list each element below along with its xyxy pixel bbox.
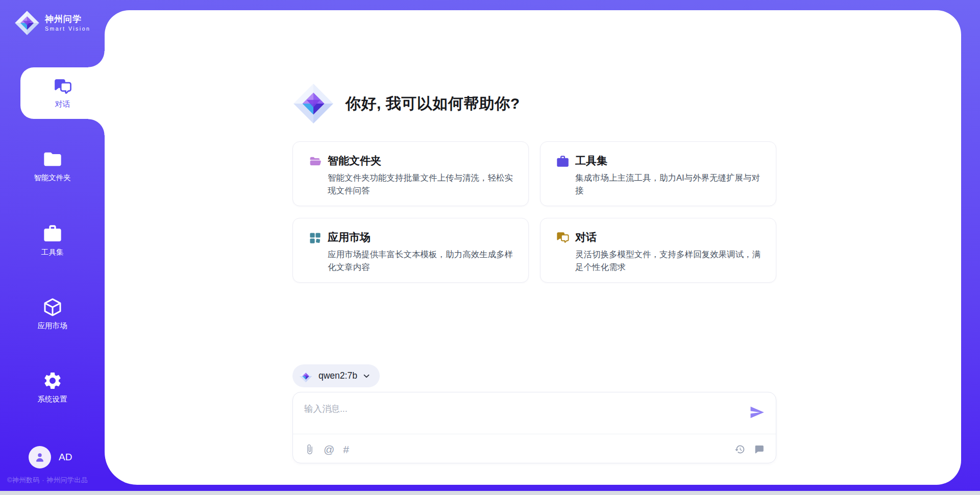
sidebar-item-smart-folder[interactable]: 智能文件夹 <box>0 149 105 183</box>
attach-file-button[interactable] <box>304 444 315 455</box>
user-initials: AD <box>59 452 72 463</box>
sidebar-item-label: 应用市场 <box>0 321 105 331</box>
avatar <box>29 446 51 468</box>
message-input[interactable] <box>296 395 740 430</box>
sidebar-item-label: 系统设置 <box>0 394 105 404</box>
chevron-down-icon <box>362 372 371 380</box>
card-app-market[interactable]: 应用市场 应用市场提供丰富长文本模板，助力高效生成多样化文章内容 <box>292 218 529 283</box>
active-tab-top-curve <box>88 51 105 67</box>
sidebar: 神州问学 Smart Vision 对话 智能文件夹 工具集 <box>0 0 105 491</box>
send-button[interactable] <box>749 405 765 420</box>
sidebar-item-chat[interactable]: 对话 <box>20 67 105 119</box>
toolbox-icon <box>556 155 570 168</box>
card-description: 应用市场提供丰富长文本模板，助力高效生成多样化文章内容 <box>328 248 514 274</box>
composer-divider <box>293 434 776 434</box>
card-description: 智能文件夹功能支持批量文件上传与清洗，轻松实现文件问答 <box>328 171 514 197</box>
sidebar-item-toolset[interactable]: 工具集 <box>0 224 105 257</box>
app-grid-icon <box>308 231 322 245</box>
feature-cards: 智能文件夹 智能文件夹功能支持批量文件上传与清洗，轻松实现文件问答 工具集 集成… <box>292 141 776 283</box>
gear-icon <box>42 370 63 391</box>
sidebar-item-label: 对话 <box>55 100 70 109</box>
main-content: 你好, 我可以如何帮助你? 智能文件夹 智能文件夹功能支持批量文件上传与清洗，轻… <box>105 10 961 485</box>
card-description: 集成市场上主流工具，助力AI与外界无缝扩展与对接 <box>575 171 762 197</box>
card-toolset[interactable]: 工具集 集成市场上主流工具，助力AI与外界无缝扩展与对接 <box>540 141 776 206</box>
folder-icon <box>42 149 63 169</box>
card-title: 工具集 <box>575 154 607 168</box>
chat-bubbles-icon <box>53 78 72 97</box>
hashtag-button[interactable]: # <box>343 444 349 455</box>
brand-logo: 神州问学 Smart Vision <box>14 10 90 36</box>
active-tab-bottom-curve <box>88 119 105 135</box>
history-icon <box>734 444 745 455</box>
diamond-logo-icon <box>299 369 312 383</box>
brand-name: 神州问学 <box>45 14 90 24</box>
sidebar-item-label: 工具集 <box>0 247 105 257</box>
toolbar-left: @ # <box>304 444 349 455</box>
brand-text: 神州问学 Smart Vision <box>45 14 90 32</box>
card-title: 应用市场 <box>328 230 371 244</box>
history-button[interactable] <box>734 444 745 455</box>
model-name: qwen2:7b <box>318 370 357 381</box>
person-icon <box>33 451 46 464</box>
chat-bubbles-icon <box>556 231 570 245</box>
feedback-button[interactable] <box>754 444 765 455</box>
greeting: 你好, 我可以如何帮助你? <box>292 83 520 125</box>
send-icon <box>749 405 765 420</box>
sidebar-item-settings[interactable]: 系统设置 <box>0 370 105 404</box>
toolbox-icon <box>42 224 63 244</box>
folder-open-icon <box>308 155 322 168</box>
greeting-title: 你好, 我可以如何帮助你? <box>346 93 520 114</box>
chat-bubble-icon <box>754 444 765 455</box>
diamond-logo-icon <box>14 10 40 36</box>
window-bottom-edge <box>0 491 980 495</box>
diamond-logo-icon <box>292 83 334 125</box>
card-title: 智能文件夹 <box>328 154 381 168</box>
copyright-footer: ©神州数码 · 神州问学出品 <box>7 476 88 485</box>
card-description: 灵活切换多模型文件，支持多样回复效果调试，满足个性化需求 <box>575 248 762 274</box>
paperclip-icon <box>304 444 315 455</box>
cube-icon <box>42 297 63 317</box>
toolbar-right <box>734 444 765 455</box>
card-smart-folder[interactable]: 智能文件夹 智能文件夹功能支持批量文件上传与清洗，轻松实现文件问答 <box>292 141 529 206</box>
brand-subtitle: Smart Vision <box>45 26 90 32</box>
model-selector[interactable]: qwen2:7b <box>292 364 380 387</box>
sidebar-item-label: 智能文件夹 <box>0 173 105 183</box>
mention-button[interactable]: @ <box>324 444 334 455</box>
card-title: 对话 <box>575 230 597 244</box>
card-chat[interactable]: 对话 灵活切换多模型文件，支持多样回复效果调试，满足个性化需求 <box>540 218 776 283</box>
composer-toolbar: @ # <box>304 439 765 459</box>
sidebar-item-app-market[interactable]: 应用市场 <box>0 297 105 331</box>
user-account[interactable]: AD <box>29 446 72 468</box>
message-composer: @ # <box>292 392 776 463</box>
